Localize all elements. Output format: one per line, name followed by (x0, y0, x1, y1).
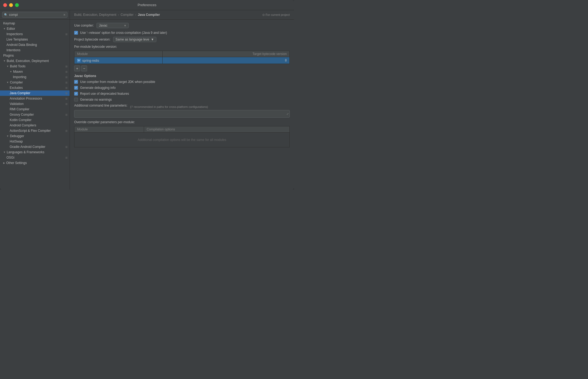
bytecode-dropdown: Same as language leve ▼ (113, 37, 156, 42)
sidebar-item-label: Keymap (3, 21, 15, 25)
copy-icon: ⊞ (65, 65, 67, 68)
sidebar-item-editor[interactable]: ▼ Editor (0, 26, 70, 31)
main-content: Use compiler: Javac ▼ Use '--release' op… (70, 20, 294, 190)
traffic-lights (3, 3, 19, 7)
sidebar-item-inspections[interactable]: Inspections ⊞ (0, 31, 70, 37)
sidebar-item-android-compilers[interactable]: Android Compilers (0, 123, 70, 128)
add-module-button[interactable]: + (74, 65, 80, 71)
title-bar: Preferences (0, 0, 294, 10)
use-compiler-row: Use compiler: Javac ▼ (74, 23, 290, 28)
sidebar-item-importing[interactable]: Importing ⊞ (0, 74, 70, 80)
triangle-icon: ▼ (3, 27, 6, 30)
sidebar-item-groovy-compiler[interactable]: Groovy Compiler ⊞ (0, 112, 70, 117)
triangle-icon: ▼ (6, 135, 9, 137)
project-bytecode-row: Project bytecode version: Same as langua… (74, 37, 290, 42)
sidebar-item-label: Editor (7, 27, 15, 31)
minimize-button[interactable] (9, 3, 13, 7)
generate-debug-checkbox[interactable] (74, 86, 78, 90)
release-option-checkbox[interactable] (74, 31, 78, 35)
sidebar-item-debugger[interactable]: ▼ Debugger (0, 133, 70, 139)
sidebar-item-validation[interactable]: Validation ⊞ (0, 101, 70, 107)
copy-icon: ⊞ (65, 76, 67, 79)
use-module-jdk-label: Use compiler from module target JDK when… (80, 80, 155, 84)
javac-options-title: Javac Options (74, 74, 290, 78)
triangle-icon: ▼ (3, 60, 6, 62)
sidebar-item-android-data-binding[interactable]: Android Data Binding (0, 42, 70, 48)
target-bytecode-cell: 8 (162, 57, 289, 64)
bytecode-value: Same as language leve (116, 38, 149, 41)
override-empty-row: Additional compilation options will be t… (74, 132, 290, 147)
release-option-row: Use '--release' option for cross-compila… (74, 31, 290, 35)
override-empty-message: Additional compilation options will be t… (74, 132, 290, 147)
sidebar-item-label: Groovy Compiler (10, 113, 34, 116)
no-warnings-label: Generate no warnings (80, 98, 112, 101)
sidebar-item-plugins[interactable]: Plugins (0, 53, 70, 58)
additional-cmd-row: Additional command line parameters: ('/'… (74, 104, 290, 108)
per-module-label: Per-module bytecode version: (74, 45, 290, 49)
sidebar-item-annotation-processors[interactable]: Annotation Processors ⊞ (0, 96, 70, 101)
compiler-select-value: Javac (99, 24, 124, 27)
sidebar-item-kotlin-compiler[interactable]: Kotlin Compiler (0, 117, 70, 123)
sidebar-item-other-settings[interactable]: ▶ Other Settings (0, 160, 70, 166)
module-icon-box: M (77, 59, 81, 63)
sidebar-item-keymap[interactable]: Keymap (0, 21, 70, 26)
expand-icon[interactable]: ⤢ (286, 112, 289, 115)
sidebar-item-gradle-android-compiler[interactable]: Gradle-Android Compiler ⊞ (0, 144, 70, 150)
sidebar-item-java-compiler[interactable]: Java Compiler ⊞ (0, 90, 70, 96)
select-arrow-icon: ▼ (124, 24, 126, 27)
copy-icon: ⊞ (65, 81, 67, 84)
sidebar-item-compiler[interactable]: ▼ Compiler ⊞ (0, 80, 70, 85)
sidebar-item-label: Gradle-Android Compiler (10, 145, 45, 149)
sidebar-item-label: Excludes (10, 86, 23, 90)
breadcrumb-part-3: Java Compiler (138, 13, 160, 17)
sidebar-item-live-templates[interactable]: Live Templates (0, 37, 70, 42)
bytecode-dropdown-field[interactable]: Same as language leve ▼ (113, 37, 156, 42)
sidebar-item-rmi-compiler[interactable]: RMI Compiler (0, 107, 70, 112)
maximize-button[interactable] (15, 3, 19, 7)
sidebar-item-label: ActionScript & Flex Compiler (10, 129, 51, 133)
sidebar-item-maven[interactable]: ▼ Maven ⊞ (0, 69, 70, 74)
content-area: 🔍 ✕ Keymap ▼ Editor Inspections ⊞ (0, 10, 294, 190)
search-clear-button[interactable]: ✕ (63, 13, 66, 17)
triangle-icon: ▼ (10, 70, 12, 73)
sidebar-item-label: Intentions (6, 48, 20, 52)
table-row[interactable]: M spring-redis 8 (74, 57, 290, 64)
sidebar-item-osgi[interactable]: OSGi ⊞ (0, 155, 70, 160)
sidebar-item-label: Other Settings (6, 161, 27, 165)
search-input[interactable] (9, 13, 63, 17)
sidebar-item-intentions[interactable]: Intentions (0, 48, 70, 53)
sidebar-item-excludes[interactable]: Excludes ⊞ (0, 85, 70, 90)
sidebar-item-label: RMI Compiler (10, 107, 29, 111)
deprecated-features-checkbox[interactable] (74, 92, 78, 96)
sidebar-item-languages-frameworks[interactable]: ▼ Languages & Frameworks (0, 150, 70, 155)
use-module-jdk-checkbox[interactable] (74, 80, 78, 84)
project-bytecode-label: Project bytecode version: (74, 38, 110, 41)
sidebar-item-build-exec-deploy[interactable]: ▼ Build, Execution, Deployment (0, 58, 70, 64)
sidebar-item-label: Debugger (10, 134, 24, 138)
sidebar-item-label: Java Compiler (10, 91, 30, 95)
sidebar-item-label: Kotlin Compiler (10, 118, 31, 122)
additional-cmd-input[interactable] (74, 110, 290, 118)
copy-icon: ⊞ (65, 92, 67, 95)
sidebar-item-hotswap[interactable]: HotSwap (0, 139, 70, 144)
module-table: Module Target bytecode version M spring-… (74, 51, 290, 64)
sidebar-item-actionscript-flex[interactable]: ActionScript & Flex Compiler ⊞ (0, 128, 70, 133)
sidebar-item-label: Languages & Frameworks (7, 150, 44, 154)
compiler-select[interactable]: Javac ▼ (96, 23, 129, 28)
close-button[interactable] (3, 3, 7, 7)
breadcrumb-separator-2: › (135, 13, 136, 17)
search-wrapper[interactable]: 🔍 ✕ (2, 12, 67, 18)
additional-cmd-hint: ('/' recommended in paths for cross-plat… (130, 104, 208, 108)
additional-cmd-label: Additional command line parameters: (74, 104, 127, 107)
triangle-icon: ▼ (6, 65, 9, 68)
sidebar: 🔍 ✕ Keymap ▼ Editor Inspections ⊞ (0, 10, 70, 190)
window-title: Preferences (138, 3, 156, 7)
sidebar-item-label: Plugins (3, 54, 14, 57)
sidebar-item-label: Android Data Binding (6, 43, 37, 47)
for-current-project: ⊙ For current project (262, 13, 290, 17)
no-warnings-checkbox[interactable] (74, 98, 78, 101)
remove-module-button[interactable]: − (81, 65, 87, 71)
sidebar-item-build-tools[interactable]: ▼ Build Tools ⊞ (0, 64, 70, 69)
triangle-collapsed-icon: ▶ (3, 162, 5, 164)
sidebar-item-label: Build Tools (10, 64, 26, 68)
